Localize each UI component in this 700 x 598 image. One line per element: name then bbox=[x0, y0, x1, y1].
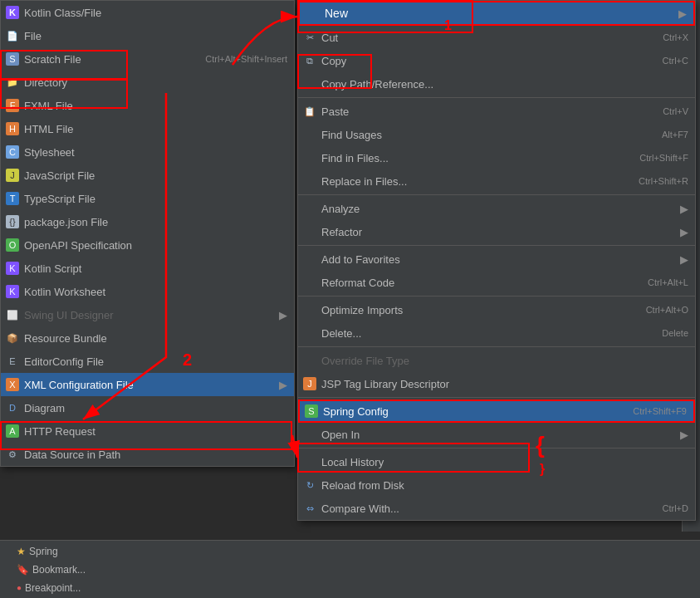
packagejson-file-label: package.json File bbox=[24, 216, 287, 228]
optimize-imports-shortcut: Ctrl+Alt+O bbox=[646, 305, 688, 315]
jsp-tag-lib-label: JSP Tag Library Descriptor bbox=[321, 378, 688, 390]
resource-bundle-label: Resource Bundle bbox=[24, 332, 287, 345]
scratch-file-icon: S bbox=[6, 52, 19, 66]
packagejson-file-icon: {} bbox=[6, 215, 19, 228]
jsp-tag-lib-icon: J bbox=[303, 377, 316, 390]
replace-in-files-label: Replace in Files... bbox=[321, 175, 634, 188]
right-menu-item-analyze[interactable]: Analyze▶ bbox=[298, 197, 695, 220]
right-menu-item-open-in[interactable]: Open In▶ bbox=[298, 423, 695, 446]
paste-shortcut: Ctrl+V bbox=[663, 106, 688, 116]
new-label: New bbox=[325, 7, 670, 20]
directory-icon: 📁 bbox=[6, 76, 19, 89]
right-menu-item-reload-from-disk[interactable]: ↻Reload from Disk bbox=[298, 473, 695, 497]
left-menu-item-file[interactable]: 📄File bbox=[1, 24, 294, 47]
right-menu-item-reformat-code[interactable]: Reformat CodeCtrl+Alt+L bbox=[298, 271, 695, 294]
bottom-tab-spring[interactable]: ★Spring bbox=[8, 542, 94, 561]
fxml-file-label: FXML File bbox=[24, 100, 287, 112]
cut-icon: ✂ bbox=[303, 31, 316, 44]
kotlin-class-icon: K bbox=[6, 6, 19, 19]
override-file-type-label: Override File Type bbox=[321, 355, 688, 367]
right-menu-item-refactor[interactable]: Refactor▶ bbox=[298, 220, 695, 243]
copy-icon: ⧉ bbox=[303, 54, 316, 67]
left-menu-item-diagram[interactable]: DDiagram bbox=[1, 396, 294, 419]
left-menu-item-kotlin-script[interactable]: KKotlin Script bbox=[1, 257, 294, 280]
reformat-code-icon bbox=[303, 276, 316, 289]
right-menu-item-copy[interactable]: ⧉CopyCtrl+C bbox=[298, 49, 695, 72]
typescript-file-icon: T bbox=[6, 192, 19, 205]
reload-from-disk-icon: ↻ bbox=[303, 478, 316, 492]
right-menu-item-find-in-files[interactable]: Find in Files...Ctrl+Shift+F bbox=[298, 146, 695, 169]
find-in-files-icon bbox=[303, 151, 316, 164]
left-menu-item-packagejson-file[interactable]: {}package.json File bbox=[1, 210, 294, 233]
javascript-file-label: JavaScript File bbox=[24, 169, 287, 182]
right-menu-item-jsp-tag-lib[interactable]: JJSP Tag Library Descriptor bbox=[298, 372, 695, 395]
right-menu-item-spring-config[interactable]: SSpring ConfigCtrl+Shift+F9 bbox=[298, 399, 695, 423]
bookmarks-tab-icon: 🔖 bbox=[17, 564, 29, 576]
left-menu-item-http-request[interactable]: AHTTP Request bbox=[1, 419, 294, 443]
right-menu-item-paste[interactable]: 📋PasteCtrl+V bbox=[298, 100, 695, 123]
left-menu-item-html-file[interactable]: HHTML File bbox=[1, 117, 294, 140]
left-menu-item-fxml-file[interactable]: FFXML File bbox=[1, 94, 294, 117]
right-menu-item-local-history[interactable]: Local History bbox=[298, 450, 695, 473]
new-arrow-icon: ▶ bbox=[678, 7, 687, 20]
refactor-icon bbox=[303, 225, 316, 238]
left-menu-item-stylesheet[interactable]: CStylesheet bbox=[1, 140, 294, 164]
copy-path-icon bbox=[303, 77, 316, 91]
right-menu-item-cut[interactable]: ✂CutCtrl+X bbox=[298, 26, 695, 49]
right-menu-item-optimize-imports[interactable]: Optimize ImportsCtrl+Alt+O bbox=[298, 298, 695, 321]
html-file-label: HTML File bbox=[24, 123, 287, 135]
datasource-path-label: Data Source in Path bbox=[24, 448, 287, 461]
open-in-icon bbox=[303, 428, 316, 441]
left-menu-item-javascript-file[interactable]: JJavaScript File bbox=[1, 164, 294, 187]
find-usages-icon bbox=[303, 128, 316, 141]
right-menu-item-add-to-favorites[interactable]: Add to Favorites▶ bbox=[298, 248, 695, 271]
swing-designer-arrow-icon: ▶ bbox=[279, 309, 287, 321]
local-history-label: Local History bbox=[321, 456, 688, 468]
spring-config-label: Spring Config bbox=[323, 405, 628, 418]
right-menu-item-compare-with[interactable]: ⇔Compare With...Ctrl+D bbox=[298, 497, 695, 520]
left-menu-item-xml-config-file[interactable]: XXML Configuration File▶ bbox=[1, 373, 294, 396]
bottom-tab-breakpoints[interactable]: ●Breakpoint... bbox=[8, 579, 94, 597]
right-menu-item-copy-path[interactable]: Copy Path/Reference... bbox=[298, 72, 695, 96]
left-menu-item-openapi[interactable]: OOpenAPI Specification bbox=[1, 233, 294, 257]
separator-before-add-to-favorites bbox=[298, 245, 695, 246]
typescript-file-label: TypeScript File bbox=[24, 193, 287, 205]
left-menu-item-directory[interactable]: 📁Directory bbox=[1, 71, 294, 94]
compare-with-icon: ⇔ bbox=[303, 502, 316, 515]
bottom-tab-bookmarks[interactable]: 🔖Bookmark... bbox=[8, 561, 94, 579]
open-in-label: Open In bbox=[321, 429, 672, 441]
openapi-icon: O bbox=[6, 238, 19, 252]
xml-config-file-label: XML Configuration File bbox=[24, 379, 271, 391]
find-usages-shortcut: Alt+F7 bbox=[662, 130, 688, 140]
separator-before-paste bbox=[298, 97, 695, 98]
spring-config-shortcut: Ctrl+Shift+F9 bbox=[633, 406, 687, 416]
xml-config-file-icon: X bbox=[6, 378, 19, 391]
delete-shortcut: Delete bbox=[662, 328, 688, 338]
right-menu-item-replace-in-files[interactable]: Replace in Files...Ctrl+Shift+R bbox=[298, 169, 695, 193]
right-menu-item-delete[interactable]: Delete...Delete bbox=[298, 321, 695, 345]
analyze-icon bbox=[303, 202, 316, 215]
kotlin-script-icon: K bbox=[6, 262, 19, 275]
left-menu-item-editorconfig-file[interactable]: EEditorConfig File bbox=[1, 350, 294, 373]
kotlin-script-label: Kotlin Script bbox=[24, 262, 287, 275]
left-menu-item-datasource-path[interactable]: ⚙Data Source in Path bbox=[1, 443, 294, 466]
stylesheet-label: Stylesheet bbox=[24, 146, 287, 159]
find-in-files-label: Find in Files... bbox=[321, 152, 634, 164]
left-menu-items-container: KKotlin Class/File📄FileSScratch FileCtrl… bbox=[1, 1, 294, 466]
cut-label: Cut bbox=[321, 32, 658, 44]
optimize-imports-icon bbox=[303, 303, 316, 316]
left-menu-item-kotlin-worksheet[interactable]: KKotlin Worksheet bbox=[1, 280, 294, 303]
left-menu-item-typescript-file[interactable]: TTypeScript File bbox=[1, 187, 294, 210]
left-menu-item-scratch-file[interactable]: SScratch FileCtrl+Alt+Shift+Insert bbox=[1, 47, 294, 71]
separator-before-analyze bbox=[298, 194, 695, 195]
file-icon: 📄 bbox=[6, 29, 19, 42]
directory-label: Directory bbox=[24, 76, 287, 89]
left-menu-item-kotlin-class[interactable]: KKotlin Class/File bbox=[1, 1, 294, 24]
right-menu-item-find-usages[interactable]: Find UsagesAlt+F7 bbox=[298, 123, 695, 146]
add-to-favorites-label: Add to Favorites bbox=[321, 253, 672, 266]
menu-item-new[interactable]: New ▶ bbox=[298, 1, 695, 26]
copy-path-label: Copy Path/Reference... bbox=[321, 78, 688, 91]
left-menu-item-resource-bundle[interactable]: 📦Resource Bundle bbox=[1, 326, 294, 350]
delete-label: Delete... bbox=[321, 327, 657, 340]
javascript-file-icon: J bbox=[6, 169, 19, 182]
